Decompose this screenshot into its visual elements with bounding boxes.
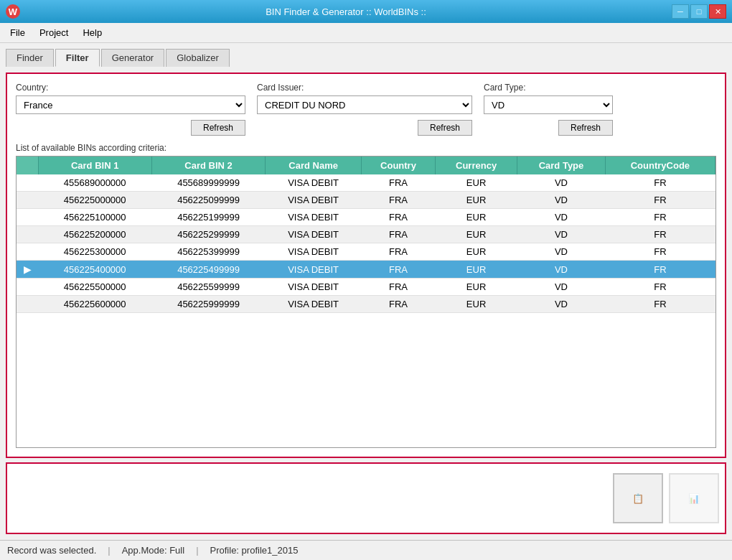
- cell-name: VISA DEBIT: [266, 174, 362, 192]
- menu-file[interactable]: File: [3, 24, 32, 41]
- filter-row: Country: France Germany United States Un…: [16, 83, 716, 136]
- row-indicator: [17, 279, 38, 296]
- restore-button[interactable]: □: [690, 4, 708, 19]
- cell-bin1: 456225500000: [38, 279, 151, 296]
- issuer-filter-group: Card Issuer: CREDIT DU NORD BNP PARIBAS …: [257, 83, 472, 136]
- cell-currency: EUR: [436, 279, 517, 296]
- tab-finder[interactable]: Finder: [6, 49, 54, 67]
- type-refresh-button[interactable]: Refresh: [558, 120, 613, 136]
- cell-name: VISA DEBIT: [266, 296, 362, 313]
- header-bin1: Card BIN 1: [38, 157, 151, 174]
- cell-country: FRA: [362, 192, 436, 209]
- row-indicator: [17, 296, 38, 313]
- copy-button[interactable]: 📋: [613, 473, 663, 523]
- table-row[interactable]: 456225000000 456225099999 VISA DEBIT FRA…: [17, 192, 715, 209]
- cell-bin2: 456225999999: [151, 296, 265, 313]
- cell-code: FR: [605, 174, 715, 192]
- country-label: Country:: [16, 83, 245, 93]
- header-bin2: Card BIN 2: [151, 157, 265, 174]
- header-indicator: [17, 157, 38, 174]
- window-content: Finder Filter Generator Globalizer Count…: [0, 43, 732, 540]
- cell-type: VD: [517, 279, 606, 296]
- row-indicator: [17, 209, 38, 226]
- bottom-area: 📋 📊: [6, 462, 726, 534]
- cell-bin2: 456225599999: [151, 279, 265, 296]
- cell-currency: EUR: [436, 226, 517, 243]
- table-row[interactable]: 456225600000 456225999999 VISA DEBIT FRA…: [17, 296, 715, 313]
- cell-type: VD: [517, 296, 606, 313]
- window-controls: ─ □ ✕: [672, 4, 726, 19]
- cell-type: VD: [517, 261, 606, 279]
- cell-code: FR: [605, 226, 715, 243]
- cell-code: FR: [605, 296, 715, 313]
- cell-country: FRA: [362, 296, 436, 313]
- country-select[interactable]: France Germany United States United King…: [16, 95, 245, 114]
- header-name: Card Name: [266, 157, 362, 174]
- header-currency: Currency: [436, 157, 517, 174]
- row-indicator: ▶: [17, 261, 38, 279]
- table-row[interactable]: 456225200000 456225299999 VISA DEBIT FRA…: [17, 226, 715, 243]
- table-row[interactable]: 456225300000 456225399999 VISA DEBIT FRA…: [17, 243, 715, 261]
- issuer-select[interactable]: CREDIT DU NORD BNP PARIBAS SOCIETE GENER…: [257, 95, 472, 114]
- main-panel: Country: France Germany United States Un…: [6, 73, 726, 458]
- cell-name: VISA DEBIT: [266, 192, 362, 209]
- row-indicator: [17, 174, 38, 192]
- table-row[interactable]: 455689000000 455689999999 VISA DEBIT FRA…: [17, 174, 715, 192]
- cell-country: FRA: [362, 209, 436, 226]
- cell-name: VISA DEBIT: [266, 243, 362, 261]
- cell-bin1: 456225400000: [38, 261, 151, 279]
- menu-help[interactable]: Help: [75, 24, 109, 41]
- export-icon: 📊: [688, 493, 700, 504]
- table-row[interactable]: 456225100000 456225199999 VISA DEBIT FRA…: [17, 209, 715, 226]
- table-container[interactable]: Card BIN 1 Card BIN 2 Card Name Country …: [16, 156, 716, 448]
- cell-bin2: 456225399999: [151, 243, 265, 261]
- menu-project[interactable]: Project: [32, 24, 75, 41]
- cell-code: FR: [605, 209, 715, 226]
- menu-bar: File Project Help: [0, 23, 732, 43]
- issuer-label: Card Issuer:: [257, 83, 472, 93]
- country-refresh-button[interactable]: Refresh: [191, 120, 245, 136]
- cell-country: FRA: [362, 279, 436, 296]
- status-profile: Profile: profile1_2015: [210, 545, 299, 556]
- row-indicator: [17, 243, 38, 261]
- header-type: Card Type: [517, 157, 606, 174]
- status-record: Record was selected.: [7, 545, 96, 556]
- country-filter-group: Country: France Germany United States Un…: [16, 83, 245, 136]
- cell-type: VD: [517, 209, 606, 226]
- cell-bin2: 456225199999: [151, 209, 265, 226]
- tab-globalizer[interactable]: Globalizer: [166, 49, 230, 67]
- export-button[interactable]: 📊: [669, 473, 719, 523]
- close-button[interactable]: ✕: [709, 4, 726, 19]
- cell-code: FR: [605, 243, 715, 261]
- table-header: Card BIN 1 Card BIN 2 Card Name Country …: [17, 157, 715, 174]
- tab-generator[interactable]: Generator: [101, 49, 165, 67]
- cell-code: FR: [605, 192, 715, 209]
- cell-name: VISA DEBIT: [266, 226, 362, 243]
- tab-filter[interactable]: Filter: [55, 49, 100, 67]
- cell-country: FRA: [362, 243, 436, 261]
- minimize-button[interactable]: ─: [672, 4, 689, 19]
- cell-bin1: 456225300000: [38, 243, 151, 261]
- cell-bin1: 455689000000: [38, 174, 151, 192]
- issuer-refresh-button[interactable]: Refresh: [418, 120, 472, 136]
- cell-name: VISA DEBIT: [266, 209, 362, 226]
- cell-country: FRA: [362, 261, 436, 279]
- cell-currency: EUR: [436, 209, 517, 226]
- list-label: List of available BINs according criteri…: [16, 143, 716, 153]
- cell-type: VD: [517, 192, 606, 209]
- table-row[interactable]: ▶ 456225400000 456225499999 VISA DEBIT F…: [17, 261, 715, 279]
- header-country: Country: [362, 157, 436, 174]
- cell-bin1: 456225200000: [38, 226, 151, 243]
- header-code: CountryCode: [605, 157, 715, 174]
- table-row[interactable]: 456225500000 456225599999 VISA DEBIT FRA…: [17, 279, 715, 296]
- tab-bar: Finder Filter Generator Globalizer: [6, 49, 726, 67]
- cell-bin2: 456225499999: [151, 261, 265, 279]
- cell-bin2: 455689999999: [151, 174, 265, 192]
- cell-currency: EUR: [436, 174, 517, 192]
- cell-bin2: 456225299999: [151, 226, 265, 243]
- title-bar: W BIN Finder & Generator :: WorldBINs ::…: [0, 0, 732, 23]
- cell-type: VD: [517, 243, 606, 261]
- status-bar: Record was selected. | App.Mode: Full | …: [0, 540, 732, 560]
- type-select[interactable]: VD MC VISA AMEX: [484, 95, 613, 114]
- cell-name: VISA DEBIT: [266, 279, 362, 296]
